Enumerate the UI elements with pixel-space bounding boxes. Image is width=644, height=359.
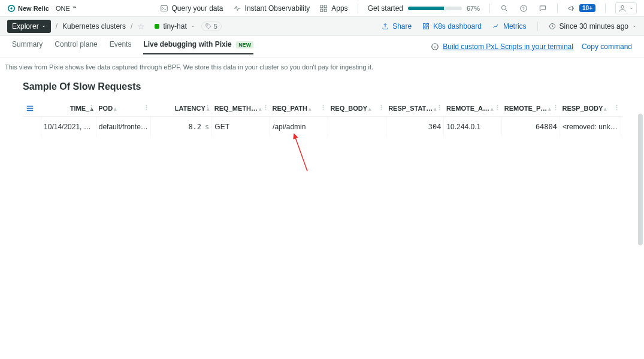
cell-resp-body: <removed: unk… <box>560 117 621 138</box>
col-remote-addr[interactable]: REMOTE_A…▴⋮ <box>444 101 502 117</box>
col-menu-icon[interactable]: ⋮ <box>262 104 269 112</box>
cell-remote-port: 64804 <box>502 117 560 138</box>
progress-percent: 67% <box>467 5 480 12</box>
build-script-link[interactable]: Build custom PxL Scripts in your termina… <box>431 42 573 51</box>
chart-icon <box>492 23 500 30</box>
col-req-method[interactable]: REQ_METH…▴⋮ <box>212 101 270 117</box>
share-icon <box>382 23 389 30</box>
get-started-progress[interactable]: Get started 67% <box>368 4 480 13</box>
notification-badge: 10+ <box>579 4 595 12</box>
search-button[interactable] <box>500 4 509 13</box>
table-menu-button[interactable] <box>25 104 35 112</box>
col-resp-body[interactable]: RESP_BODY▴⋮ <box>560 101 621 117</box>
col-menu-icon[interactable]: ⋮ <box>613 104 620 112</box>
query-your-data-link[interactable]: Query your data <box>160 4 223 13</box>
brand-logo[interactable]: New Relic ONE ™ <box>7 4 77 13</box>
svg-rect-12 <box>427 23 429 25</box>
tab-control-plane[interactable]: Control plane <box>55 40 97 54</box>
svg-point-10 <box>207 25 207 25</box>
cell-latency: 8.2s <box>151 117 212 138</box>
chevron-down-icon <box>632 24 637 29</box>
table-header-row: TIME_▴⋮ POD▴⋮ LATENCY▴⋮ REQ_METH…▴⋮ REQ_… <box>23 101 621 117</box>
chat-icon <box>539 4 547 13</box>
slow-requests-table: TIME_▴⋮ POD▴⋮ LATENCY▴⋮ REQ_METH…▴⋮ REQ_… <box>23 101 621 137</box>
col-menu-icon[interactable]: ⋮ <box>320 104 326 112</box>
col-menu-icon[interactable]: ⋮ <box>88 104 95 112</box>
feedback-button[interactable] <box>538 4 548 13</box>
share-button[interactable]: Share <box>382 22 412 31</box>
metrics-link[interactable]: Metrics <box>492 22 527 31</box>
brand-prefix: New Relic <box>18 5 49 12</box>
apps-link[interactable]: Apps <box>319 4 347 13</box>
crumb-current-cluster[interactable]: tiny-hat <box>155 22 195 31</box>
favorite-star-button[interactable]: ☆ <box>137 22 145 31</box>
time-range-label: Since 30 minutes ago <box>560 22 628 31</box>
crumb-separator: / <box>56 22 58 31</box>
new-badge: NEW <box>236 41 253 48</box>
svg-rect-14 <box>424 28 426 29</box>
status-indicator-icon <box>155 24 159 29</box>
slow-requests-panel: Sample Of Slow Requests TIME_▴⋮ POD▴⋮ LA… <box>23 77 621 137</box>
crumb-separator: / <box>131 22 132 31</box>
cell-remote-addr: 10.244.0.1 <box>444 117 502 138</box>
metrics-label: Metrics <box>503 22 527 31</box>
col-req-path[interactable]: REQ_PATH▴⋮ <box>270 101 328 117</box>
divider <box>605 4 606 13</box>
tag-icon <box>205 23 211 29</box>
vertical-scrollbar[interactable] <box>638 78 643 353</box>
tags-chip[interactable]: 5 <box>201 22 222 31</box>
scrollbar-thumb[interactable] <box>638 114 643 245</box>
col-remote-port[interactable]: REMOTE_P…▴⋮ <box>502 101 560 117</box>
announcements-button[interactable]: 10+ <box>567 4 595 13</box>
svg-rect-2 <box>161 5 167 11</box>
table-row[interactable]: 10/14/2021, 1:… default/fronte… 8.2s GET… <box>23 117 621 138</box>
panel-title: Sample Of Slow Requests <box>23 77 621 101</box>
clock-icon <box>549 23 556 30</box>
instant-observability-link[interactable]: Instant Observability <box>233 4 310 13</box>
query-your-data-label: Query your data <box>172 4 223 13</box>
crumb-kubernetes-clusters[interactable]: Kubernetes clusters <box>62 22 126 31</box>
col-menu-icon[interactable]: ⋮ <box>494 104 501 112</box>
help-button[interactable] <box>519 4 528 13</box>
col-req-body[interactable]: REQ_BODY▴⋮ <box>328 101 386 117</box>
cell-resp-status: 304 <box>386 117 444 138</box>
tab-events[interactable]: Events <box>110 40 132 54</box>
tab-summary[interactable]: Summary <box>12 40 43 54</box>
col-menu-icon[interactable]: ⋮ <box>204 104 211 112</box>
col-menu-icon[interactable]: ⋮ <box>143 104 150 112</box>
cluster-name: tiny-hat <box>163 22 186 31</box>
col-latency[interactable]: LATENCY▴⋮ <box>151 101 212 117</box>
explorer-dropdown[interactable]: Explorer <box>7 20 51 33</box>
chevron-down-icon <box>629 6 634 11</box>
svg-rect-4 <box>324 5 326 7</box>
time-range-picker[interactable]: Since 30 minutes ago <box>549 22 637 31</box>
top-header: New Relic ONE ™ Query your data Instant … <box>0 0 644 17</box>
explorer-label: Explorer <box>12 22 39 31</box>
svg-point-1 <box>10 7 13 10</box>
copy-command-button[interactable]: Copy command <box>582 42 632 51</box>
k8s-dashboard-link[interactable]: K8s dashboard <box>422 22 482 31</box>
tag-count: 5 <box>214 23 217 30</box>
cell-pod: default/fronte… <box>96 117 151 138</box>
dashboard-icon <box>422 23 430 30</box>
user-menu-button[interactable] <box>615 2 637 14</box>
tab-live-debugging[interactable]: Live debugging with Pixie NEW <box>143 40 253 54</box>
annotation-arrow-icon <box>292 132 310 174</box>
divider <box>537 22 538 31</box>
col-menu-icon[interactable]: ⋮ <box>552 104 559 112</box>
build-script-label: Build custom PxL Scripts in your termina… <box>443 42 573 51</box>
grid-icon <box>319 4 328 13</box>
hamburger-cell <box>23 101 41 117</box>
col-pod[interactable]: POD▴⋮ <box>96 101 151 117</box>
share-label: Share <box>392 22 412 31</box>
instant-observability-label: Instant Observability <box>245 4 310 13</box>
col-time[interactable]: TIME_▴⋮ <box>41 101 96 117</box>
hamburger-icon <box>25 104 35 112</box>
get-started-label: Get started <box>368 4 403 13</box>
svg-rect-3 <box>321 5 323 7</box>
breadcrumb-bar: Explorer / Kubernetes clusters / ☆ tiny-… <box>0 17 644 36</box>
col-resp-status[interactable]: RESP_STAT…▴⋮ <box>386 101 444 117</box>
k8s-dashboard-label: K8s dashboard <box>433 22 482 31</box>
col-menu-icon[interactable]: ⋮ <box>436 104 443 112</box>
col-menu-icon[interactable]: ⋮ <box>378 104 385 112</box>
